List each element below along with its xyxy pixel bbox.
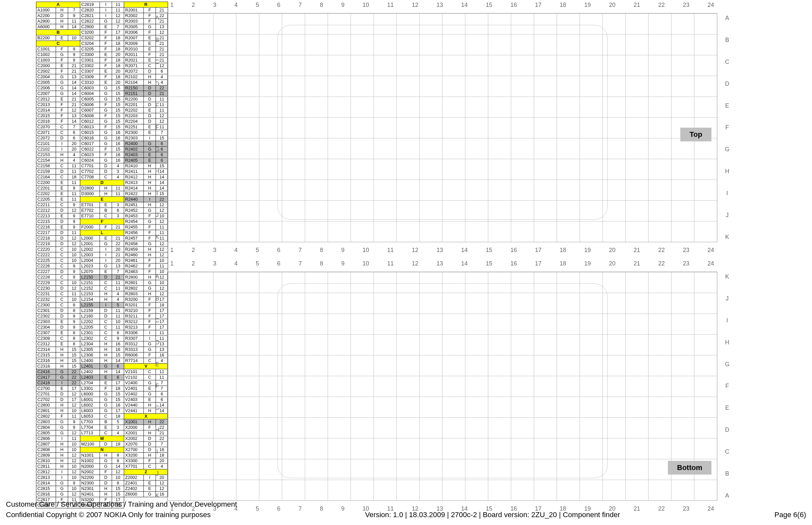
component-col: I: [56, 475, 68, 480]
component-row: 14: [112, 358, 124, 364]
component-ref: C2153: [37, 152, 56, 158]
component-col: E: [56, 225, 68, 230]
component-ref: L6001: [80, 397, 100, 403]
component-col: G: [56, 492, 68, 497]
component-ref: C6003: [80, 86, 100, 91]
component-ref: L2401: [80, 364, 100, 369]
component-col: H: [56, 358, 68, 364]
component-ref: C2070: [37, 124, 56, 130]
component-col: C: [100, 319, 112, 325]
component-col: F: [100, 113, 112, 119]
component-row: 21: [112, 252, 124, 258]
component-ref: R2201: [124, 102, 144, 108]
component-col: H: [56, 441, 68, 447]
component-col: E: [56, 213, 68, 219]
component-ref: C2301: [37, 308, 56, 314]
footer-version: Version: 1.0 | 18.03.2009 | 2700c-2 | Bo…: [365, 511, 620, 519]
component-col: F: [56, 113, 68, 119]
component-row: 10: [68, 441, 80, 447]
component-row: 16: [112, 158, 124, 163]
component-ref: C3200: [80, 30, 100, 35]
component-ref: Z6000: [124, 492, 144, 497]
component-col: D: [100, 314, 112, 319]
component-col: H: [56, 152, 68, 158]
component-col: H: [100, 341, 112, 347]
component-col: D: [56, 219, 68, 225]
component-ref: C3309: [80, 74, 100, 80]
component-row: 9: [68, 419, 80, 425]
component-col: D: [56, 230, 68, 236]
component-col: D: [100, 163, 112, 169]
component-ref: C2159: [37, 169, 56, 175]
component-col: C: [100, 325, 112, 330]
component-row: 8: [68, 336, 80, 341]
component-ref: R2422: [124, 191, 144, 197]
component-ref: L3301: [80, 386, 100, 391]
component-ref: C2806: [37, 436, 56, 441]
component-ref: R2453: [124, 213, 144, 219]
component-col: E: [56, 191, 68, 197]
component-ref: C2005: [37, 80, 56, 86]
component-row: 8: [112, 453, 124, 458]
component-ref: L2160: [80, 314, 100, 319]
group-header: E: [80, 197, 124, 202]
component-row: 12: [68, 453, 80, 458]
component-ref: C2102: [37, 147, 56, 152]
component-ref: C2016: [37, 119, 56, 124]
component-row: 8: [68, 302, 80, 308]
component-col: C: [56, 275, 68, 280]
component-ref: C6023: [80, 152, 100, 158]
component-ref: C2807: [37, 441, 56, 447]
component-row: 11: [112, 314, 124, 319]
component-row: 16: [112, 403, 124, 408]
component-row: 12: [68, 241, 80, 247]
component-row: 11: [68, 414, 80, 419]
component-col: G: [56, 52, 68, 58]
component-col: D: [56, 391, 68, 397]
component-col: G: [100, 364, 112, 369]
component-row: 17: [112, 408, 124, 414]
component-col: G: [56, 74, 68, 80]
component-ref: R2400: [124, 141, 144, 147]
component-col: I: [100, 2, 112, 7]
component-row: 20: [68, 141, 80, 147]
component-row: 10: [112, 319, 124, 325]
component-ref: C2007: [37, 91, 56, 96]
component-col: C: [56, 264, 68, 269]
component-row: 16: [112, 347, 124, 352]
component-row: 12: [112, 19, 124, 24]
component-row: 8: [68, 330, 80, 336]
component-ref: L2002: [80, 247, 100, 252]
group-header: D: [80, 180, 124, 185]
component-row: 10: [68, 280, 80, 286]
component-ref: X2070: [124, 441, 144, 447]
component-row: 3: [112, 213, 124, 219]
component-row: 11: [112, 2, 124, 7]
component-ref: L6002: [80, 403, 100, 408]
component-col: F: [100, 469, 112, 475]
component-ref: L2202: [80, 319, 100, 325]
group-header: N: [80, 447, 124, 453]
component-col: D: [100, 275, 112, 280]
component-ref: L2155: [80, 302, 100, 308]
component-row: 3: [112, 425, 124, 431]
component-ref: L2150: [80, 275, 100, 280]
footer-page: Page 6(6): [774, 511, 806, 519]
component-ref: C7702: [80, 169, 100, 175]
component-col: C: [56, 247, 68, 252]
component-ref: R2452: [124, 208, 144, 213]
component-col: D: [56, 208, 68, 213]
component-col: G: [100, 119, 112, 124]
component-ref: X3200: [124, 453, 144, 458]
component-ref: R2454: [124, 219, 144, 225]
component-ref: C2232: [37, 297, 56, 302]
component-col: I: [100, 302, 112, 308]
component-ref: D2800: [80, 185, 100, 191]
group-header: B: [37, 30, 80, 35]
component-row: 15: [68, 352, 80, 358]
component-ref: C2012: [37, 96, 56, 102]
component-ref: R2104: [124, 80, 144, 86]
component-col: G: [100, 135, 112, 141]
component-row: 9: [68, 275, 80, 280]
component-ref: C2200: [37, 180, 56, 185]
